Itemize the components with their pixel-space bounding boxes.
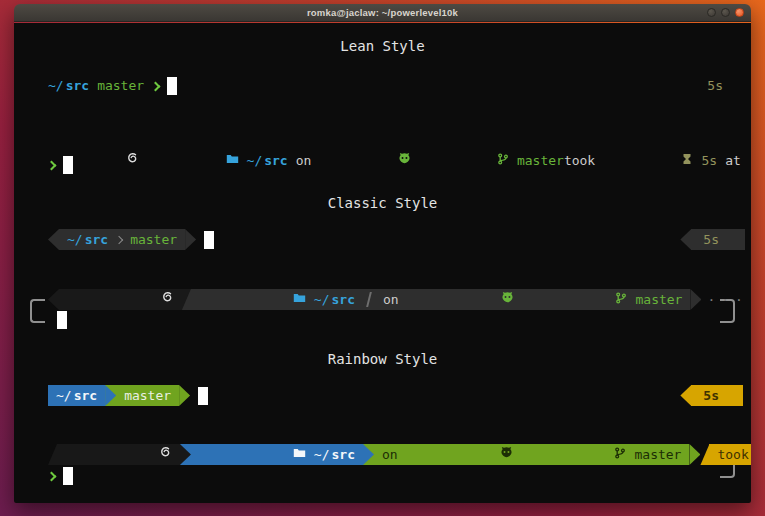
maximize-button[interactable] [721, 8, 730, 17]
dir-prefix: ~/ [314, 446, 330, 464]
hourglass-icon [603, 134, 693, 188]
lean-prompt-2-bottom [48, 156, 73, 174]
rainbow-dir: ~/src [56, 387, 97, 405]
clock-icon [749, 134, 751, 188]
prompt-chevron-icon [151, 81, 161, 91]
folder-icon [199, 273, 306, 327]
git-branch-name: master [634, 446, 681, 464]
dir-name: src [264, 152, 287, 170]
window-title: romka@jaclaw: ~/powerlevel10k [307, 7, 458, 18]
lean-prompt-2-top: ~/src on master took 5s at [48, 134, 723, 188]
git-branch-name: master [97, 77, 144, 95]
duration-badge: 5s [707, 77, 723, 95]
rainbow-heading: Rainbow Style [14, 350, 751, 368]
terminal-screen[interactable]: Lean Style ~/src master 5s [14, 23, 751, 503]
rainbow-duration-segment: 5s [680, 385, 743, 406]
duration-value: 5s [701, 152, 717, 170]
git-branch-icon [419, 134, 509, 188]
dir-name: src [74, 387, 97, 405]
thin-separator-icon [366, 292, 372, 307]
took-label: took [717, 446, 748, 464]
gap-filler-dots: ···· [701, 291, 751, 309]
rainbow-right-bar: took 5s at 16:23:42 [700, 444, 751, 465]
dir-prefix: ~/ [67, 231, 83, 249]
dir-prefix: ~/ [48, 77, 64, 95]
github-octocat-icon [407, 273, 514, 327]
on-label: on [296, 152, 312, 170]
classic-dir: ~/src [314, 291, 355, 309]
text-cursor [57, 311, 67, 329]
duration-badge: 5s [703, 387, 719, 405]
lean-prompt-1: ~/src master 5s [48, 77, 723, 95]
dir-name: src [332, 291, 355, 309]
os-logo-icon [67, 273, 174, 327]
lean-heading: Lean Style [14, 37, 751, 55]
classic-prompt-2-bottom [57, 311, 67, 329]
segment-separator-icon [115, 235, 123, 243]
lean-dir: ~/src [48, 77, 89, 95]
folder-icon [199, 428, 306, 482]
folder-icon [147, 134, 238, 188]
on-label: on [383, 291, 399, 309]
dir-prefix: ~/ [56, 387, 72, 405]
rainbow-prompt-1: ~/src master 5s [48, 385, 743, 406]
classic-duration-segment: 5s [680, 229, 745, 250]
rainbow-prompt-2-top: ~/src on master [48, 444, 719, 465]
classic-prompt-2-top: ~/src on master ···· [48, 289, 719, 310]
prompt-chevron-icon [47, 471, 57, 481]
dir-name: src [85, 231, 108, 249]
git-branch-name: master [124, 387, 171, 405]
text-cursor [63, 467, 73, 485]
github-octocat-icon [406, 428, 513, 482]
minimize-button[interactable] [707, 8, 716, 17]
git-branch-icon [522, 273, 628, 327]
prompt-frame-left [30, 299, 45, 323]
classic-heading: Classic Style [14, 194, 751, 212]
git-branch-name: master [517, 152, 564, 170]
classic-left-segments: ~/src master [48, 229, 196, 250]
text-cursor [63, 156, 73, 174]
dir-prefix: ~/ [247, 152, 263, 170]
dir-name: src [66, 77, 89, 95]
close-button[interactable] [735, 8, 744, 17]
rainbow-left-segments: ~/src master [48, 385, 190, 406]
dir-name: src [332, 446, 355, 464]
os-logo-icon [65, 428, 172, 482]
window-controls [707, 4, 744, 21]
text-cursor [204, 231, 214, 249]
classic-left-bar: ~/src on master [48, 289, 701, 310]
rainbow-dir: ~/src [314, 446, 355, 464]
text-cursor [167, 77, 177, 95]
lean-dir: ~/src [247, 152, 288, 170]
window-titlebar[interactable]: romka@jaclaw: ~/powerlevel10k [14, 4, 751, 22]
git-branch-name: master [635, 291, 682, 309]
git-branch-icon [521, 428, 627, 482]
duration-badge: 5s [703, 231, 719, 249]
git-branch-name: master [130, 231, 177, 249]
classic-dir: ~/src [67, 231, 108, 249]
on-label: on [382, 446, 398, 464]
at-label: at [725, 152, 741, 170]
terminal-window: romka@jaclaw: ~/powerlevel10k Lean Style… [14, 4, 751, 503]
github-octocat-icon [319, 134, 410, 188]
rainbow-prompt-2-bottom [48, 467, 73, 485]
text-cursor [198, 387, 208, 405]
classic-prompt-1: ~/src master 5s [48, 229, 745, 250]
took-label: took [564, 152, 595, 170]
prompt-chevron-icon [47, 160, 57, 170]
rainbow-left-bar: ~/src on master [48, 444, 700, 465]
dir-prefix: ~/ [314, 291, 330, 309]
